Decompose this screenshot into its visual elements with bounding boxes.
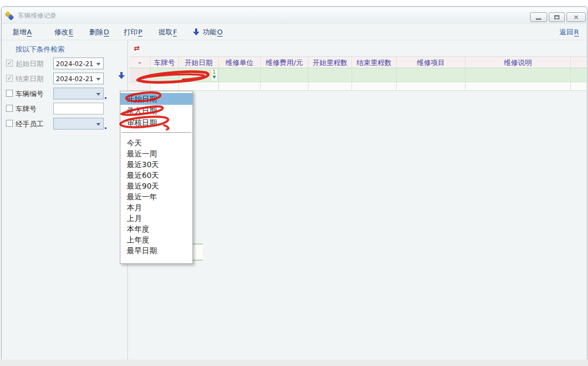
screen: 车辆维修记录 × 新增A 修改E 删除D 打印P 提取F 功能O 返回R 按以下…: [0, 0, 588, 366]
minimize-icon: [536, 18, 541, 20]
plate-number-checkbox[interactable]: [6, 105, 13, 112]
toolbar-separator: [2, 40, 587, 40]
cell-filler: [571, 68, 586, 82]
row-selector-cell[interactable]: [130, 68, 150, 82]
vehicle-id-checkbox[interactable]: [6, 90, 13, 97]
menu-item-last-90-days[interactable]: 最近90天: [120, 181, 192, 191]
cell-repair-cost[interactable]: [261, 82, 309, 91]
menu-item-this-year[interactable]: 本年度: [120, 224, 192, 234]
start-date-label: 起始日期: [16, 59, 44, 69]
cell-repair-notes[interactable]: [465, 82, 571, 91]
vehicle-id-select[interactable]: [53, 88, 104, 99]
cell-repair-unit[interactable]: [219, 82, 261, 91]
cell-end-mileage[interactable]: [352, 68, 397, 82]
chevron-down-icon: [96, 93, 101, 96]
menu-item-last-year[interactable]: 最近一年: [120, 191, 192, 202]
menu-item-prev-year[interactable]: 上年度: [120, 234, 192, 245]
swap-columns-icon[interactable]: ⇄: [134, 44, 140, 52]
side-down-arrow-button[interactable]: [118, 72, 125, 80]
toolbar-edit-button[interactable]: 修改E: [54, 27, 73, 37]
handler-checkbox[interactable]: [6, 120, 13, 127]
titlebar[interactable]: 车辆维修记录 ×: [2, 7, 587, 24]
cell-plate[interactable]: [150, 68, 179, 82]
cell-repair-items[interactable]: [397, 82, 465, 91]
close-icon: ×: [567, 13, 585, 21]
menu-item-start-date[interactable]: 开始日期: [120, 93, 192, 105]
maximize-button[interactable]: [549, 12, 565, 22]
maximize-icon: [554, 15, 560, 19]
handler-select[interactable]: [53, 118, 104, 130]
column-header-repair-unit[interactable]: 维修单位: [219, 57, 261, 68]
start-date-select[interactable]: 2024-02-21: [53, 58, 104, 69]
cell-repair-notes[interactable]: [465, 68, 571, 82]
menu-item-this-month[interactable]: 本月: [120, 202, 192, 213]
chevron-down-icon: [96, 63, 101, 66]
menu-item-prev-month[interactable]: 上月: [120, 213, 192, 224]
column-header-repair-cost[interactable]: 维修费用/元: [261, 57, 309, 68]
window-title: 车辆维修记录: [18, 11, 56, 20]
cell-repair-items[interactable]: [397, 68, 465, 82]
table-row: 1 ▼: [130, 68, 586, 82]
cell-start-mileage[interactable]: [309, 82, 352, 91]
column-header-repair-notes[interactable]: 维修说明: [465, 57, 571, 68]
toolbar-extract-button[interactable]: 提取F: [159, 27, 177, 37]
cell-filler: [571, 82, 586, 91]
menu-separator: [121, 132, 191, 133]
date-cell-dropdown-button[interactable]: 1 ▼: [211, 69, 218, 81]
toolbar-print-button[interactable]: 打印P: [124, 27, 142, 37]
column-header-plate[interactable]: 车牌号: [150, 57, 179, 68]
vehicle-id-label: 车辆编号: [16, 89, 44, 99]
column-header-repair-items[interactable]: 维修项目: [397, 57, 465, 68]
functions-arrow-icon: [193, 28, 199, 36]
cell-start-mileage[interactable]: [309, 68, 352, 82]
end-date-checkbox[interactable]: ✓: [6, 75, 13, 82]
table-header-row: - 车牌号 开始日期 维修单位 维修费用/元 开始里程数 结束里程数 维修项目 …: [130, 56, 586, 68]
column-header-end-mileage[interactable]: 结束里程数: [352, 57, 397, 68]
date-filter-menu: 开始日期 录入日期 审核日期 今天 最近一周 最近30天 最近60天 最近90天…: [120, 91, 193, 264]
menu-item-last-30-days[interactable]: 最近30天: [120, 159, 192, 170]
triangle-down-icon: ▼: [211, 75, 217, 80]
plate-number-input[interactable]: [53, 103, 104, 114]
menu-item-today[interactable]: 今天: [120, 138, 192, 148]
column-header-filler: [571, 57, 586, 68]
handler-label: 经手员工: [16, 119, 44, 129]
toolbar-functions-button[interactable]: 功能O: [203, 27, 223, 37]
end-date-label: 结束日期: [16, 74, 44, 84]
column-header-selector[interactable]: -: [130, 57, 150, 68]
combo-corner-dot: [105, 97, 106, 99]
cell-start-date[interactable]: [179, 82, 219, 91]
cell-plate[interactable]: [150, 82, 179, 91]
cell-repair-cost[interactable]: [261, 68, 309, 82]
bottom-strip: [0, 360, 588, 366]
filter-panel-title: 按以下条件检索: [16, 45, 64, 54]
table-row: [130, 82, 586, 91]
menu-item-audit-date[interactable]: 审核日期: [120, 117, 192, 128]
menu-item-last-week[interactable]: 最近一周: [120, 148, 192, 159]
minimize-button[interactable]: [530, 12, 547, 22]
toolbar-delete-button[interactable]: 删除D: [89, 27, 109, 37]
chevron-down-icon: [96, 123, 101, 126]
cell-start-date[interactable]: 1 ▼: [179, 68, 219, 82]
toolbar-back-button[interactable]: 返回R: [560, 27, 579, 37]
menu-item-earliest-date[interactable]: 最早日期: [120, 245, 192, 256]
cell-end-mileage[interactable]: [352, 82, 397, 91]
column-header-start-date[interactable]: 开始日期: [179, 57, 219, 68]
column-header-start-mileage[interactable]: 开始里程数: [309, 57, 352, 68]
plate-number-label: 车牌号: [16, 104, 37, 114]
menu-item-last-60-days[interactable]: 最近60天: [120, 170, 192, 181]
cell-repair-unit[interactable]: [219, 68, 261, 82]
app-icon: [5, 11, 15, 20]
end-date-select[interactable]: 2024-02-21: [53, 73, 104, 84]
start-date-checkbox[interactable]: ✓: [6, 60, 13, 67]
close-button[interactable]: ×: [567, 12, 586, 22]
app-window: 车辆维修记录 × 新增A 修改E 删除D 打印P 提取F 功能O 返回R 按以下…: [1, 6, 587, 361]
toolbar-new-button[interactable]: 新增A: [12, 27, 32, 37]
chevron-down-icon: [96, 78, 101, 81]
combo-corner-dot: [105, 127, 106, 129]
row-selector-cell[interactable]: [130, 82, 150, 91]
menu-item-entry-date[interactable]: 录入日期: [120, 105, 192, 117]
